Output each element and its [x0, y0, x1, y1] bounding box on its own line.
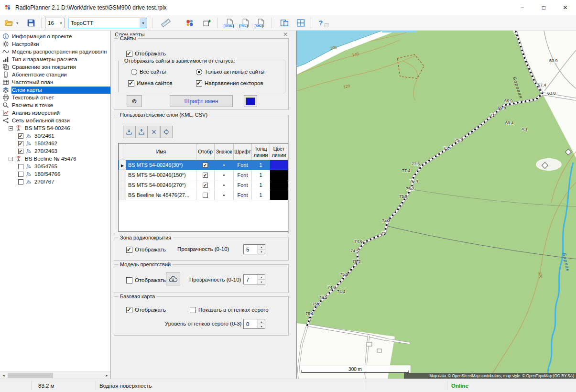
layout-panels-button[interactable] — [277, 17, 292, 29]
sidebar-item-measurement-analysis[interactable]: Анализ измерений — [0, 109, 110, 117]
tree-root-mobile-network[interactable]: Сеть мобильной связи — [0, 117, 110, 124]
close-button[interactable]: ✕ — [554, 0, 576, 15]
row-line-width[interactable]: 1 — [252, 180, 270, 190]
export-kmz-button[interactable]: KMZ — [254, 17, 268, 29]
row-show-checkbox[interactable] — [203, 193, 208, 198]
site-symbol-button[interactable]: ⊚ — [127, 95, 142, 107]
row-font-button[interactable]: Font — [234, 190, 252, 200]
sector-checkbox[interactable] — [18, 149, 23, 154]
row-marker[interactable]: • — [215, 190, 234, 200]
zoom-to-layer-button[interactable] — [160, 126, 173, 138]
import-layer-button[interactable] — [123, 126, 135, 138]
map-canvas[interactable]: 100140120320 60.957.463.866.969.87169.44… — [296, 31, 576, 379]
row-line-width[interactable]: 1 — [252, 190, 270, 200]
measure-button[interactable] — [159, 17, 173, 29]
row-line-color[interactable] — [270, 190, 288, 200]
tree-leaf-sector[interactable]: 270/767 — [0, 178, 110, 185]
table-row[interactable]: BS MTS 54-00246(270°) • Font 1 — [119, 180, 288, 190]
collapse-icon[interactable] — [9, 157, 13, 161]
row-line-color[interactable] — [270, 180, 288, 190]
row-font-button[interactable]: Font — [234, 160, 252, 170]
tree-node-bs-beeline[interactable]: BS Beeline № 45476 — [0, 155, 110, 163]
tree-node-bs-mts[interactable]: BS MTS 54-00246 — [0, 124, 110, 132]
minimize-button[interactable]: − — [511, 0, 533, 15]
panel-close-icon[interactable]: ✕ — [283, 31, 288, 38]
row-line-color[interactable] — [270, 160, 288, 170]
export-layer-button[interactable] — [135, 126, 148, 138]
sidebar-item-text-report[interactable]: Текстовый отчет — [0, 94, 110, 101]
coverage-transparency-spinner[interactable]: 5 ▴ ▾ — [243, 244, 265, 254]
row-marker[interactable]: • — [215, 170, 234, 180]
grayscale-checkbox[interactable] — [190, 307, 196, 313]
sidebar-item-frequency-plan[interactable]: Частотный план — [0, 78, 110, 86]
row-font-button[interactable]: Font — [234, 170, 252, 180]
sidebar-item-calc-params[interactable]: Тип и параметры расчета — [0, 55, 110, 63]
export-html-button[interactable]: HTML — [223, 17, 237, 29]
sidebar-item-settings[interactable]: Настройки — [0, 40, 110, 48]
save-button[interactable] — [24, 17, 38, 29]
tree-leaf-sector[interactable]: 270/2463 — [0, 147, 110, 155]
sector-checkbox[interactable] — [18, 172, 23, 177]
sidebar-item-project-info[interactable]: Информация о проекте — [0, 33, 110, 40]
sector-checkbox[interactable] — [18, 133, 23, 139]
horizontal-scrollbar[interactable]: ◄ ► — [0, 371, 110, 379]
legend-colors-button[interactable] — [183, 17, 197, 29]
row-show-checkbox[interactable] — [203, 173, 208, 178]
show-coverage-checkbox[interactable] — [126, 247, 132, 253]
open-file-button[interactable]: ▾ — [3, 17, 22, 29]
show-basemap-checkbox[interactable] — [126, 307, 132, 313]
scroll-right-icon[interactable]: ► — [103, 372, 110, 379]
sidebar-item-subscriber-stations[interactable]: Абонентские станции — [0, 71, 110, 78]
sector-directions-checkbox[interactable] — [196, 80, 202, 87]
add-map-window-button[interactable] — [200, 17, 214, 29]
row-show-checkbox[interactable] — [203, 183, 208, 188]
tree-leaf-sector[interactable]: 180/54766 — [0, 170, 110, 178]
spin-down-icon[interactable]: ▾ — [258, 324, 265, 328]
sidebar-item-point-calc[interactable]: Расчеты в точке — [0, 101, 110, 109]
obstacles-transparency-spinner[interactable]: 7 ▴ ▾ — [243, 274, 265, 284]
gray-level-spinner[interactable]: 0 ▴ ▾ — [243, 319, 265, 329]
export-png-button[interactable]: PNG — [239, 17, 253, 29]
spin-up-icon[interactable]: ▴ — [258, 319, 265, 324]
site-names-checkbox[interactable] — [128, 80, 134, 87]
active-sites-radio[interactable] — [196, 69, 202, 75]
row-font-button[interactable]: Font — [234, 180, 252, 190]
spin-down-icon[interactable]: ▾ — [258, 280, 265, 284]
maximize-button[interactable]: □ — [533, 0, 554, 15]
spin-up-icon[interactable]: ▴ — [258, 245, 265, 250]
scrollbar-thumb[interactable] — [8, 373, 53, 378]
all-sites-radio[interactable] — [131, 69, 137, 75]
spin-down-icon[interactable]: ▾ — [258, 250, 265, 254]
row-show-checkbox[interactable] — [203, 163, 208, 168]
tree-leaf-sector[interactable]: 30/2461 — [0, 132, 110, 140]
sector-checkbox[interactable] — [18, 164, 23, 169]
help-button[interactable]: ? — [315, 17, 332, 29]
sector-checkbox[interactable] — [18, 141, 23, 146]
tree-leaf-sector[interactable]: 150/2462 — [0, 140, 110, 147]
download-obstacles-button[interactable] — [166, 272, 180, 285]
spin-up-icon[interactable]: ▴ — [258, 275, 265, 280]
show-obstacles-checkbox[interactable] — [126, 277, 132, 283]
show-sites-checkbox[interactable] — [126, 51, 132, 57]
delete-layer-button[interactable] — [148, 126, 160, 138]
table-row[interactable]: BS Beeline № 45476(27... • Font 1 — [119, 190, 288, 200]
row-marker[interactable]: • — [215, 180, 234, 190]
site-color-button[interactable] — [244, 95, 257, 107]
row-line-width[interactable]: 1 — [252, 160, 270, 170]
row-line-color[interactable] — [270, 170, 288, 180]
basemap-select[interactable]: TopoCTT ▾ — [68, 18, 147, 28]
row-marker[interactable]: • — [215, 160, 234, 170]
scroll-left-icon[interactable]: ◄ — [0, 372, 7, 379]
collapse-icon[interactable] — [9, 126, 13, 131]
table-row[interactable]: ▶ BS MTS 54-00246(30°) • Font 1 — [119, 160, 288, 170]
tree-leaf-sector[interactable]: 30/54765 — [0, 163, 110, 170]
sidebar-item-propagation-model[interactable]: Модель распространения радиоволн — [0, 48, 110, 55]
row-line-width[interactable]: 1 — [252, 170, 270, 180]
sector-checkbox[interactable] — [18, 179, 23, 185]
table-row[interactable]: BS MTS 54-00246(150°) • Font 1 — [119, 170, 288, 180]
site-font-button[interactable]: Шрифт имен — [170, 95, 233, 107]
zoom-level-select[interactable]: 16 ▾ — [45, 18, 65, 28]
sidebar-item-map-layers[interactable]: Слои карты — [0, 86, 110, 94]
sidebar-item-coverage-compare[interactable]: Сравнение зон покрытия — [0, 63, 110, 71]
layout-grid-button[interactable] — [293, 17, 308, 29]
